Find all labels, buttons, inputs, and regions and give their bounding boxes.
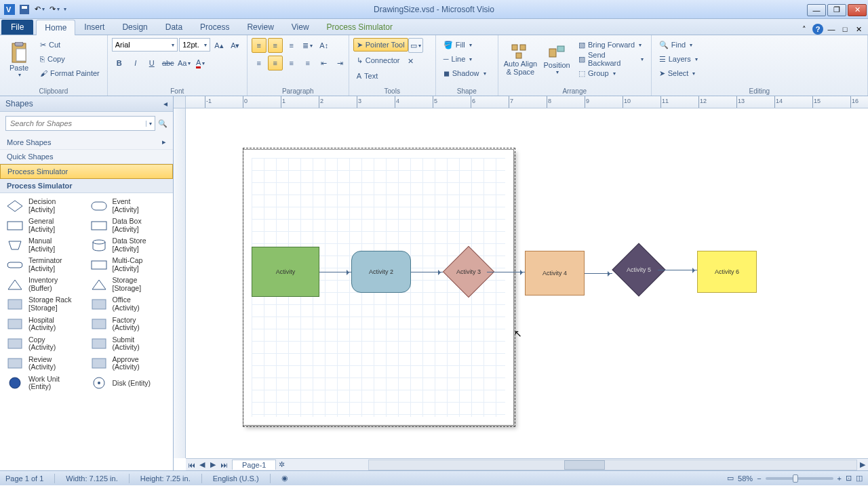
group-button[interactable]: ⬚Group▾	[575, 66, 647, 80]
last-page-button[interactable]: ⏭	[218, 460, 229, 470]
bold-button[interactable]: B	[112, 56, 127, 70]
tab-view[interactable]: View	[283, 19, 318, 35]
paste-button[interactable]: Paste▾	[4, 38, 34, 81]
text-tool-button[interactable]: AText	[353, 69, 382, 83]
tab-process-simulator[interactable]: Process Simulator	[318, 19, 401, 35]
connector[interactable]	[411, 272, 443, 272]
stencil-shape-hospital[interactable]: Hospital(Activity)	[3, 314, 87, 334]
fit-page-button[interactable]: ⊡	[846, 474, 852, 483]
align-top-button[interactable]: ≡	[252, 38, 267, 53]
format-painter-button[interactable]: 🖌Format Painter	[37, 66, 103, 80]
stencil-shape-approve[interactable]: Approve(Activity)	[87, 354, 171, 373]
increase-indent-button[interactable]: ⇥	[333, 56, 348, 70]
collapse-pane-icon[interactable]: ◂	[163, 99, 167, 108]
align-middle-button[interactable]: ≡	[268, 38, 283, 53]
line-button[interactable]: ─Line▾	[440, 52, 490, 66]
align-left-button[interactable]: ≡	[252, 56, 267, 70]
fill-button[interactable]: 🪣Fill▾	[440, 38, 490, 52]
activity-shape[interactable]: Activity 6	[697, 251, 757, 293]
find-button[interactable]: 🔍Find▾	[656, 38, 701, 52]
stencil-shape-storage[interactable]: Storage[Storage]	[87, 274, 171, 294]
page-tab-1[interactable]: Page-1	[232, 460, 276, 470]
activity-shape[interactable]: Activity 4	[525, 251, 585, 296]
search-shapes-input[interactable]: ▾	[5, 116, 155, 131]
stencil-shape-disk-entity-[interactable]: Disk (Entity)	[87, 373, 171, 393]
shadow-button[interactable]: ◼Shadow▾	[440, 66, 490, 80]
text-direction-button[interactable]: A↕	[317, 38, 332, 53]
maximize-button[interactable]: ❐	[827, 4, 846, 16]
font-name-select[interactable]: Arial▾	[112, 38, 178, 52]
position-button[interactable]: Position▾	[541, 38, 572, 81]
zoom-slider[interactable]	[766, 477, 833, 480]
change-case-button[interactable]: Aa▾	[177, 56, 192, 70]
redo-icon[interactable]: ↷▾	[47, 3, 61, 16]
drawing-canvas[interactable]: ↖ ActivityActivity 2Activity 3Activity 4…	[186, 108, 868, 458]
grow-font-icon[interactable]: A▴	[212, 38, 226, 53]
zoom-in-button[interactable]: +	[837, 474, 842, 483]
minimize-button[interactable]: —	[807, 4, 826, 16]
stencil-shape-copy[interactable]: Copy(Activity)	[3, 334, 87, 354]
copy-button[interactable]: ⎘Copy	[37, 52, 103, 66]
tab-design[interactable]: Design	[113, 19, 156, 35]
align-right-button[interactable]: ≡	[284, 56, 299, 70]
prev-page-button[interactable]: ◀	[197, 460, 208, 470]
save-icon[interactable]	[18, 3, 31, 16]
quick-shapes-item[interactable]: Quick Shapes	[0, 150, 173, 164]
stencil-shape-review[interactable]: Review(Activity)	[3, 354, 87, 373]
align-justify-button[interactable]: ≡	[300, 56, 315, 70]
zoom-level[interactable]: 58%	[738, 474, 753, 483]
layers-button[interactable]: ☰Layers▾	[656, 52, 701, 66]
activity-shape[interactable]: Activity	[252, 247, 319, 297]
rectangle-tool-button[interactable]: ▭▾	[408, 38, 423, 53]
qat-customize-icon[interactable]: ▾	[64, 6, 66, 12]
more-shapes-item[interactable]: More Shapes▸	[0, 135, 173, 150]
tab-review[interactable]: Review	[238, 19, 282, 35]
bring-forward-button[interactable]: ▧Bring Forward▾	[575, 38, 647, 52]
cut-button[interactable]: ✂Cut	[37, 38, 103, 52]
stencil-shape-terminator[interactable]: Terminator[Activity]	[3, 255, 87, 274]
connector[interactable]	[585, 273, 612, 274]
tab-file[interactable]: File	[1, 20, 33, 35]
stencil-shape-submit[interactable]: Submit(Activity)	[87, 334, 171, 354]
close-button[interactable]: ✕	[848, 4, 867, 16]
tab-insert[interactable]: Insert	[75, 19, 113, 35]
switch-windows-button[interactable]: ◫	[856, 474, 863, 483]
scroll-right-button[interactable]: ▶	[857, 460, 868, 470]
italic-button[interactable]: I	[128, 56, 143, 70]
strikethrough-button[interactable]: abc	[161, 56, 176, 70]
window-close-icon[interactable]: ✕	[853, 24, 864, 35]
decrease-indent-button[interactable]: ⇤	[317, 56, 332, 70]
stencil-shape-factory[interactable]: Factory(Activity)	[87, 314, 171, 334]
stencil-shape-storage-rack[interactable]: Storage Rack[Storage]	[3, 294, 87, 314]
first-page-button[interactable]: ⏮	[186, 460, 197, 470]
stencil-shape-office[interactable]: Office(Activity)	[87, 294, 171, 314]
pointer-tool-button[interactable]: ➤Pointer Tool	[353, 38, 408, 52]
window-restore-icon[interactable]: —	[826, 24, 837, 35]
horizontal-scrollbar[interactable]	[368, 460, 857, 470]
font-color-button[interactable]: A▾	[193, 56, 208, 70]
connector[interactable]	[487, 272, 525, 272]
font-size-select[interactable]: 12pt.▾	[179, 38, 210, 52]
presentation-mode-icon[interactable]: ▭	[727, 474, 734, 483]
stencil-shape-general[interactable]: General[Activity]	[3, 216, 87, 235]
connector-tool-button[interactable]: ↳Connector	[353, 54, 403, 67]
align-center-button[interactable]: ≡	[268, 56, 283, 70]
stencil-shape-decision[interactable]: Decision[Activity]	[3, 196, 87, 216]
underline-button[interactable]: U	[144, 56, 159, 70]
connection-point-button[interactable]: ✕	[403, 54, 418, 68]
send-backward-button[interactable]: ▨Send Backward▾	[575, 52, 647, 66]
stencil-shape-data-store[interactable]: Data Store[Activity]	[87, 235, 171, 255]
connector[interactable]	[319, 272, 351, 272]
stencil-shape-work-unit[interactable]: Work Unit(Entity)	[3, 373, 87, 393]
tab-home[interactable]: Home	[36, 20, 75, 35]
help-icon[interactable]: ?	[812, 24, 823, 35]
stencil-item-process-simulator[interactable]: Process Simulator	[0, 164, 173, 179]
stencil-shape-multi-cap[interactable]: Multi-Cap[Activity]	[87, 255, 171, 274]
tab-data[interactable]: Data	[157, 19, 191, 35]
macro-record-icon[interactable]: ◉	[281, 474, 288, 483]
minimize-ribbon-icon[interactable]: ˄	[799, 24, 810, 35]
connector[interactable]	[658, 270, 697, 270]
align-bottom-button[interactable]: ≡	[284, 38, 299, 53]
next-page-button[interactable]: ▶	[208, 460, 218, 470]
shrink-font-icon[interactable]: A▾	[228, 38, 243, 53]
